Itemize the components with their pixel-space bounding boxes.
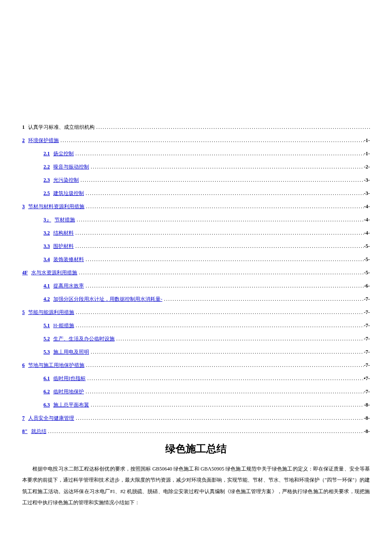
toc-leader-dots xyxy=(86,375,364,382)
toc-number[interactable]: 4F xyxy=(22,270,28,276)
document-title: 绿色施工总结 xyxy=(22,442,370,456)
toc-page-number: -4- xyxy=(364,217,370,223)
toc-page-number: -4- xyxy=(364,203,370,210)
toc-leader-dots xyxy=(74,415,364,421)
toc-page-number: -7- xyxy=(364,362,370,369)
toc-page-number: -3- xyxy=(364,177,370,183)
toc-label[interactable]: 装饰装修材料 xyxy=(53,256,84,263)
toc-label: 认真学习标准、成立组织机构 xyxy=(28,124,95,131)
toc-number[interactable]: 3.3 xyxy=(43,243,50,250)
toc-number[interactable]: 2.2 xyxy=(43,164,50,170)
toc-leader-dots xyxy=(84,203,364,210)
toc-number[interactable]: 5.1 xyxy=(43,323,50,329)
toc-number[interactable]: 2.5 xyxy=(43,190,50,197)
toc-leader-dots xyxy=(95,124,370,131)
toc-label[interactable]: 人员安全与健康管理 xyxy=(28,415,74,422)
toc-page-number: -7- xyxy=(364,296,370,302)
intro-paragraph: 根据中电投习水二郎工程达标创优的要求，按照国标 GB50640 绿色施工和 GB… xyxy=(22,463,370,509)
toc-leader-dots xyxy=(89,164,364,170)
toc-label[interactable]: 建筑垃圾控制 xyxy=(53,190,84,197)
toc-page-number: -8- xyxy=(364,415,370,421)
toc-entry: 2.3光污染控制-3- xyxy=(22,177,370,184)
toc-number[interactable]: 3」 xyxy=(43,216,51,224)
toc-page-number: -1- xyxy=(364,151,370,157)
toc-label[interactable]: 施丄总平面布翼 xyxy=(53,401,89,409)
toc-label[interactable]: 施丄用电及照明 xyxy=(53,349,89,356)
toc-number[interactable]: 4.2 xyxy=(43,296,50,302)
toc-page-number: -8- xyxy=(364,428,370,435)
toc-number[interactable]: 3.4 xyxy=(43,256,50,263)
toc-leader-dots xyxy=(74,151,364,157)
toc-label[interactable]: 噪音与振动控制 xyxy=(53,163,89,171)
toc-entry: 6.1临时用I也指标•7- xyxy=(22,375,370,382)
toc-entry: 3」节材措施-4- xyxy=(22,216,370,224)
toc-label[interactable]: 节能与能源利用措施 xyxy=(28,309,74,316)
toc-label[interactable]: 节材措施 xyxy=(55,216,75,224)
toc-entry: 5节能与能源利用措施-7- xyxy=(22,309,370,316)
toc-number[interactable]: 6 xyxy=(22,362,25,369)
toc-page-number: -5- xyxy=(364,243,370,250)
toc-page-number: -5- xyxy=(364,270,370,276)
toc-entry: 3.3围护材料-5- xyxy=(22,243,370,250)
toc-leader-dots xyxy=(74,230,364,236)
toc-number[interactable]: 6.3 xyxy=(43,402,50,408)
toc-page-number: -6- xyxy=(364,283,370,289)
toc-number: 1 xyxy=(22,124,25,131)
toc-number[interactable]: 7 xyxy=(22,415,25,421)
toc-entry: 2.2噪音与振动控制-2- xyxy=(22,163,370,171)
toc-label[interactable]: 光污染控制 xyxy=(53,177,79,184)
toc-number[interactable]: 2.1 xyxy=(43,151,50,157)
toc-leader-dots xyxy=(79,177,364,183)
toc-entry: 6.3施丄总平面布翼-8- xyxy=(22,401,370,409)
toc-page-number: -7- xyxy=(364,336,370,342)
toc-label[interactable]: 临时用I也指标 xyxy=(53,375,86,382)
toc-label[interactable]: H-能措施 xyxy=(53,322,74,329)
toc-label[interactable]: 就总结 xyxy=(31,428,46,435)
toc-entry: 2.5建筑垃圾控制-3- xyxy=(22,190,370,197)
table-of-contents: 1认真学习标准、成立组织机构2环境保护措施-1-2.1扬尘控制-1-2.2噪音与… xyxy=(22,124,370,435)
toc-label[interactable]: 水与水资源利用措施 xyxy=(31,269,77,276)
toc-label[interactable]: 节材与材料资源利用措施 xyxy=(28,203,84,210)
toc-page-number: -5- xyxy=(364,256,370,263)
toc-number[interactable]: 4.1 xyxy=(43,283,50,289)
toc-number[interactable]: 6.1 xyxy=(43,375,50,382)
toc-entry: 6节地与施工用地保护措施-7- xyxy=(22,362,370,369)
toc-number[interactable]: 8" xyxy=(22,428,28,435)
toc-label[interactable]: 围护材料 xyxy=(53,243,74,250)
toc-number[interactable]: 6.2 xyxy=(43,389,50,395)
toc-entry: 1认真学习标准、成立组织机构 xyxy=(22,124,370,131)
toc-entry: 3.4装饰装修材料-5- xyxy=(22,256,370,263)
toc-number[interactable]: 5 xyxy=(22,309,25,316)
toc-page-number: -3- xyxy=(364,190,370,197)
toc-label[interactable]: 提高用水效率 xyxy=(53,282,84,290)
toc-entry: 2环境保护措施-1- xyxy=(22,137,370,144)
toc-number[interactable]: 3 xyxy=(22,203,25,210)
toc-label[interactable]: 扬尘控制 xyxy=(53,150,74,157)
toc-label[interactable]: 临时用地保护 xyxy=(53,388,84,395)
toc-label[interactable]: 环境保护措施 xyxy=(28,137,59,144)
toc-leader-dots xyxy=(115,336,364,342)
toc-entry: 4.2加强分区分段用水计址，用数据控制用水消耗量--7- xyxy=(22,296,370,303)
toc-entry: 4.1提高用水效率-6- xyxy=(22,282,370,290)
toc-leader-dots xyxy=(84,389,364,395)
toc-page-number: •7- xyxy=(364,375,370,382)
toc-leader-dots xyxy=(89,349,364,355)
toc-label[interactable]: 结构材料 xyxy=(53,230,74,237)
toc-number[interactable]: 3.2 xyxy=(43,230,50,236)
toc-number[interactable]: 2.3 xyxy=(43,177,50,183)
toc-leader-dots xyxy=(74,243,364,250)
toc-number[interactable]: 5.3 xyxy=(43,349,50,355)
toc-label[interactable]: 节地与施工用地保护措施 xyxy=(28,362,84,369)
toc-page-number: -7- xyxy=(364,349,370,355)
toc-label[interactable]: 生产、生活及办公临时设施 xyxy=(53,335,115,343)
toc-page-number: -7- xyxy=(364,309,370,316)
toc-leader-dots xyxy=(162,296,364,302)
toc-page-number: -8- xyxy=(364,402,370,408)
toc-page-number: -7- xyxy=(364,389,370,395)
toc-entry: 3.2结构材料-4- xyxy=(22,230,370,237)
toc-number[interactable]: 5.2 xyxy=(43,336,50,342)
toc-number[interactable]: 2 xyxy=(22,137,25,144)
toc-leader-dots xyxy=(77,270,364,276)
toc-leader-dots xyxy=(59,137,364,144)
toc-label[interactable]: 加强分区分段用水计址，用数据控制用水消耗量- xyxy=(53,296,162,303)
